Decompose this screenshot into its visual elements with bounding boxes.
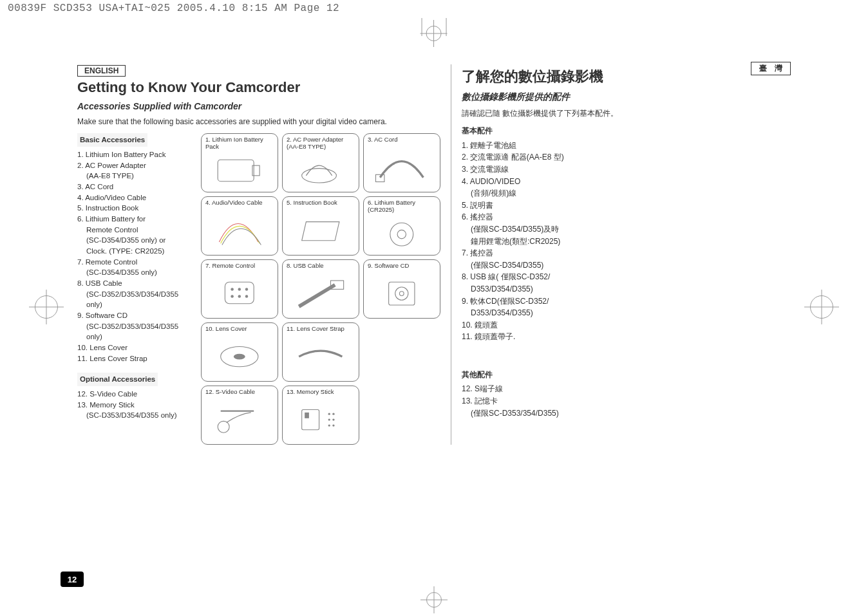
thumb-illustration	[368, 271, 436, 316]
thumb-illustration	[205, 397, 274, 442]
registration-mark-right	[810, 295, 833, 319]
svg-point-7	[231, 288, 234, 291]
accessory-thumb: 7. Remote Control	[201, 259, 278, 319]
accessory-thumb: 4. Audio/Video Cable	[201, 196, 278, 256]
thumb-caption: 13. Memory Stick	[287, 389, 355, 395]
thumb-illustration	[205, 271, 274, 316]
title-english: Getting to Know Your Camcorder	[77, 79, 440, 96]
list-item: 9. Software CD	[77, 310, 193, 321]
svg-point-24	[328, 419, 330, 421]
svg-rect-1	[252, 165, 259, 176]
list-item: (SC-D354/D355 only) or	[77, 235, 193, 246]
list-item: (SC-D353/D354/D355 only)	[77, 410, 193, 421]
thumb-caption: 6. Lithium Battery (CR2025)	[368, 200, 436, 213]
list-item: 13. 記憶卡	[462, 395, 791, 407]
svg-rect-0	[218, 160, 254, 181]
list-item: 7. 搖控器	[462, 247, 791, 259]
svg-point-10	[231, 295, 234, 298]
thumb-illustration	[368, 214, 436, 252]
thumb-caption: 3. AC Cord	[368, 136, 436, 143]
svg-point-12	[245, 295, 248, 298]
basic-heading-en: Basic Accessories	[77, 133, 147, 147]
svg-point-11	[238, 295, 241, 298]
basic-accessories-list-en: Basic Accessories 1. Lithium Ion Battery…	[77, 133, 193, 421]
lead-english: Make sure that the following basic acces…	[77, 116, 440, 127]
list-item: 10. Lens Cover	[77, 342, 193, 353]
thumb-caption: 12. S-Video Cable	[205, 389, 274, 395]
svg-point-4	[390, 223, 413, 246]
subtitle-english: Accessories Supplied with Camcorder	[77, 100, 440, 113]
list-item: 8. USB Cable	[77, 278, 193, 289]
list-item: (SC-D354/D355 only)	[77, 267, 193, 278]
list-item: (音頻/視頻)線	[462, 187, 791, 200]
svg-rect-14	[389, 283, 415, 306]
registration-mark-left	[35, 295, 58, 319]
list-item: 1. 鋰離子電池組	[462, 140, 791, 152]
thumb-caption: 1. Lithium Ion Battery Pack	[205, 136, 274, 150]
list-item: (AA-E8 TYPE)	[77, 171, 193, 181]
list-item: 6. 搖控器	[462, 211, 791, 223]
svg-point-25	[332, 419, 334, 421]
list-item: Clock. (TYPE: CR2025)	[77, 246, 193, 257]
list-item: (SC-D352/D353/D354/D355	[77, 321, 193, 332]
accessory-thumb: 10. Lens Cover	[201, 322, 278, 382]
thumb-caption: 5. Instruction Book	[287, 200, 355, 206]
thumb-illustration	[287, 151, 355, 189]
optional-heading-en: Optional Accessories	[77, 373, 158, 386]
accessory-thumb: 9. Software CD	[363, 259, 440, 319]
thumb-caption: 7. Remote Control	[205, 263, 274, 269]
manual-page: 00839F SCD353 USA+TAI~025 2005.4.10 8:15…	[0, 0, 868, 614]
list-item: only)	[77, 331, 193, 342]
accessory-thumb: 1. Lithium Ion Battery Pack	[201, 133, 278, 192]
svg-point-23	[332, 413, 334, 415]
list-item: only)	[77, 299, 193, 310]
accessory-thumb: 3. AC Cord	[363, 133, 440, 192]
list-item: 3. 交流電源線	[462, 163, 791, 176]
page-number-badge: 12	[61, 572, 84, 587]
accessory-thumb: 11. Lens Cover Strap	[282, 322, 359, 382]
thumb-illustration	[368, 145, 436, 190]
imposition-line: 00839F SCD353 USA+TAI~025 2005.4.10 8:15…	[0, 0, 868, 17]
thumb-caption: 9. Software CD	[368, 263, 436, 269]
crop-mark-top	[420, 18, 448, 41]
accessory-thumb: 12. S-Video Cable	[201, 386, 278, 445]
svg-point-2	[302, 168, 337, 182]
list-item: Remote Control	[77, 225, 193, 236]
optional-heading-zh: 其他配件	[462, 369, 791, 381]
svg-point-18	[234, 354, 245, 360]
thumb-caption: 11. Lens Cover Strap	[287, 326, 355, 332]
column-taiwan: 臺灣 了解您的數位攝錄影機 數位攝錄影機所提供的配件 請確認已隨 數位攝影機提供…	[451, 64, 791, 445]
list-item: 4. AUDIO/VIDEO	[462, 176, 791, 188]
list-item: 4. Audio/Video Cable	[77, 192, 193, 203]
thumb-illustration	[287, 271, 355, 316]
list-item: 2. AC Power Adapter	[77, 160, 193, 171]
accessory-thumbnails: 1. Lithium Ion Battery Pack2. AC Power A…	[201, 133, 440, 445]
thumb-illustration	[287, 208, 355, 253]
thumb-caption: 4. Audio/Video Cable	[205, 200, 274, 206]
crop-mark-bottom	[426, 592, 442, 608]
thumb-illustration	[287, 397, 355, 442]
svg-rect-6	[225, 283, 254, 304]
lang-badge-taiwan: 臺灣	[751, 62, 791, 75]
accessory-thumb: 2. AC Power Adapter (AA-E8 TYPE)	[282, 133, 359, 192]
thumb-illustration	[205, 208, 274, 253]
thumb-caption: 10. Lens Cover	[205, 326, 274, 332]
svg-point-15	[395, 287, 408, 300]
list-item: 10. 鏡頭蓋	[462, 319, 791, 331]
list-item: (僅限SC-D354/D355)	[462, 259, 791, 272]
svg-point-26	[328, 425, 330, 427]
list-item: 6. Lithium Battery for	[77, 214, 193, 225]
svg-point-5	[397, 230, 406, 238]
thumb-illustration	[205, 151, 274, 189]
lead-taiwan: 請確認已隨 數位攝影機提供了下列基本配件。	[462, 108, 791, 118]
svg-point-22	[328, 413, 330, 415]
list-item: 鐘用鋰電池(類型:CR2025)	[462, 236, 791, 248]
list-item: (SC-D352/D353/D354/D355	[77, 289, 193, 300]
list-item: 9. 軟体CD(僅限SC-D352/	[462, 295, 791, 308]
basic-heading-zh: 基本配件	[462, 125, 791, 137]
list-item: 11. Lens Cover Strap	[77, 353, 193, 364]
thumb-illustration	[287, 334, 355, 379]
list-item: 12. S-Video Cable	[77, 389, 193, 400]
svg-point-19	[218, 422, 229, 433]
accessory-thumb: 13. Memory Stick	[282, 386, 359, 445]
